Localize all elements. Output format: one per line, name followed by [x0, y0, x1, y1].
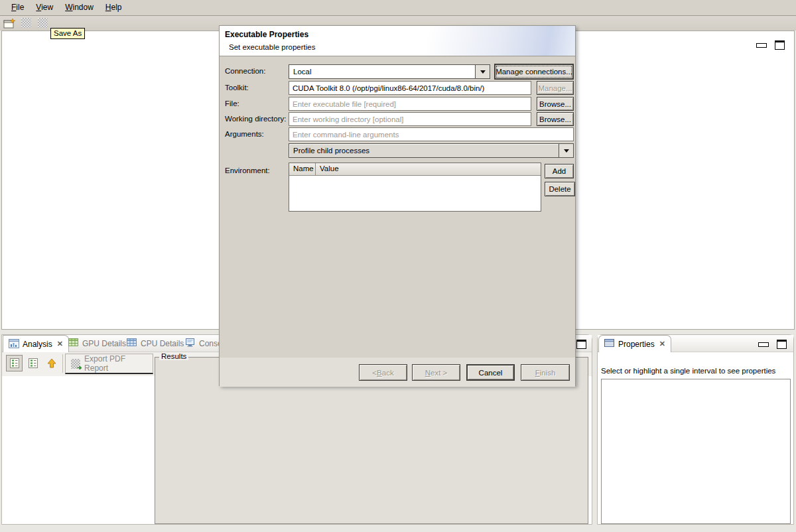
dialog-subtitle: Set executable properties [229, 43, 315, 51]
chevron-down-icon[interactable] [475, 65, 490, 78]
next-button: Next > [412, 364, 460, 381]
cancel-button[interactable]: Cancel [466, 364, 515, 381]
export-pdf-report-button: Export PDF Report [65, 354, 153, 374]
new-session-icon[interactable] [3, 18, 15, 29]
menu-window[interactable]: Window [59, 1, 100, 14]
connection-label: Connection: [225, 67, 265, 75]
dialog-header: Executable Properties Set executable pro… [220, 26, 575, 56]
env-col-value[interactable]: Value [316, 163, 541, 175]
gpu-details-icon [68, 338, 79, 349]
console-icon [185, 338, 196, 349]
application-window: File View Window Help ... Save As [0, 0, 796, 532]
properties-tabbar: Properties ✕ [598, 335, 793, 352]
analysis-icon [9, 339, 19, 350]
minimize-icon[interactable] [758, 342, 769, 347]
save-as-icon: ... [38, 18, 48, 28]
env-col-name[interactable]: Name [289, 163, 316, 175]
export-pdf-icon [71, 359, 80, 369]
menu-help[interactable]: Help [100, 1, 128, 14]
environment-table[interactable]: Name Value [289, 163, 541, 212]
minimize-icon[interactable] [756, 43, 767, 48]
arguments-label: Arguments: [225, 130, 264, 138]
menu-file[interactable]: File [5, 1, 30, 14]
maximize-icon[interactable] [775, 40, 785, 50]
executable-properties-dialog: Executable Properties Set executable pro… [219, 25, 576, 386]
profile-mode-value: Profile child processes [289, 147, 559, 155]
close-icon[interactable]: ✕ [658, 340, 665, 348]
tab-cpu-details-label: CPU Details [141, 339, 184, 348]
browse-file-button[interactable]: Browse... [537, 97, 574, 111]
tooltip-save-as: Save As [50, 28, 85, 39]
chevron-down-icon[interactable] [559, 144, 573, 157]
back-button: < Back [359, 364, 407, 381]
tab-gpu-details-label: GPU Details [82, 339, 126, 348]
dialog-form: Connection: Local Manage connections... … [220, 56, 575, 358]
file-label: File: [225, 100, 239, 107]
tab-cpu-details[interactable]: CPU Details [121, 335, 189, 352]
delete-button[interactable]: Delete [545, 182, 575, 196]
tab-analysis-label: Analysis [23, 340, 52, 349]
close-icon[interactable]: ✕ [56, 340, 63, 348]
toolkit-label: Toolkit: [225, 84, 249, 92]
export-pdf-label: Export PDF Report [84, 354, 147, 373]
maximize-icon[interactable] [777, 340, 787, 349]
guided-analysis-button[interactable] [6, 355, 23, 371]
dialog-title: Executable Properties [225, 30, 308, 39]
tab-properties[interactable]: Properties ✕ [598, 335, 671, 352]
workdir-label: Working directory: [225, 115, 286, 123]
workdir-input[interactable] [289, 112, 531, 126]
analysis-list-area[interactable] [2, 376, 155, 523]
environment-label: Environment: [225, 166, 270, 174]
file-input[interactable] [289, 97, 531, 111]
properties-panel: Properties ✕ Select or highlight a singl… [597, 334, 794, 525]
results-group-label: Results [159, 352, 188, 360]
connection-select[interactable]: Local [289, 64, 490, 79]
properties-message: Select or highlight a single interval to… [601, 367, 775, 375]
toolkit-input[interactable] [289, 81, 531, 95]
menu-view[interactable]: View [30, 1, 59, 14]
up-arrow-icon[interactable] [43, 355, 60, 371]
maximize-icon[interactable] [576, 340, 586, 349]
manage-connections-button[interactable]: Manage connections... [494, 64, 574, 80]
menu-bar: File View Window Help [0, 0, 796, 16]
tab-properties-label: Properties [618, 340, 655, 349]
finish-button: Finish [521, 364, 570, 381]
cpu-details-icon [127, 338, 137, 349]
environment-table-header: Name Value [289, 163, 541, 176]
profile-mode-select[interactable]: Profile child processes [289, 143, 574, 158]
arguments-input[interactable] [289, 127, 574, 141]
browse-workdir-button[interactable]: Browse... [537, 112, 574, 126]
tab-analysis[interactable]: Analysis ✕ [3, 335, 69, 352]
manage-toolkit-button: Manage... [537, 81, 574, 95]
properties-content-box [601, 379, 791, 524]
connection-value: Local [289, 68, 475, 76]
add-button[interactable]: Add [545, 164, 574, 178]
unguided-analysis-button[interactable] [25, 355, 41, 371]
dialog-button-bar: < Back Next > Cancel Finish [220, 358, 575, 387]
properties-icon [604, 339, 615, 350]
save-icon [21, 18, 31, 28]
